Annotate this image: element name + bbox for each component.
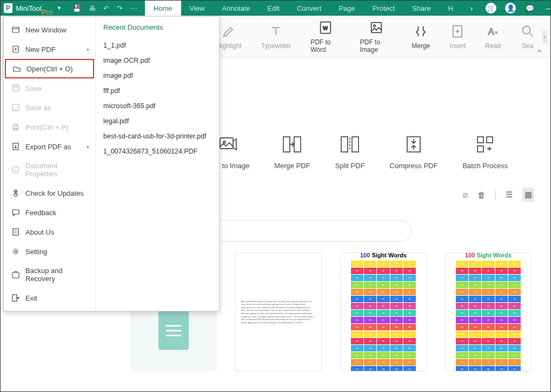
menu-annotate[interactable]: Annotate — [213, 1, 258, 16]
menu-item-folder-open[interactable]: Open(Ctrl + O) — [5, 59, 94, 78]
recent-document-item[interactable]: best-sd-card-usb-for-3d-printer.pdf — [100, 129, 215, 144]
ribbon-merge[interactable]: Merge — [402, 24, 440, 50]
svg-point-10 — [223, 141, 225, 143]
thumb-text: Microsoft 365 Business Premium with its … — [236, 289, 321, 335]
svg-rect-17 — [487, 137, 493, 143]
menu-share[interactable]: Share — [403, 1, 440, 16]
menu-item-save-as: Save as — [4, 98, 95, 117]
scanner-icon[interactable]: ⎚ — [463, 190, 468, 200]
menu-view[interactable]: View — [181, 1, 214, 16]
menu-item-backup[interactable]: Backup and Recovery — [4, 261, 95, 288]
svg-rect-13 — [341, 137, 348, 152]
cart-icon[interactable]: 🛒 — [481, 1, 501, 16]
app-logo[interactable]: P MiniTool-Pro ▼ — [1, 0, 65, 16]
ribbon-read[interactable]: ARead — [475, 24, 510, 50]
recent-documents-title: Recent Documents — [100, 23, 215, 31]
file-plus-icon — [11, 45, 20, 54]
folder-open-icon — [12, 64, 21, 73]
grid-view-icon[interactable]: ▦ — [522, 188, 534, 202]
quick-toolbar: 💾 🖶 ↶ ↷ ⋯ — [65, 4, 145, 12]
svg-rect-12 — [294, 137, 301, 152]
ribbon-typewriter[interactable]: Typewriter — [251, 24, 301, 50]
about-icon — [11, 228, 20, 236]
file-menu-panel: New WindowNew PDF▸Open(Ctrl + O)SaveSave… — [3, 16, 220, 311]
ribbon-pdf-to-image[interactable]: PDF to Image — [350, 20, 402, 54]
svg-point-8 — [523, 26, 530, 34]
svg-point-32 — [15, 250, 17, 253]
recent-document-item[interactable]: image OCR.pdf — [100, 53, 215, 68]
print-icon[interactable]: 🖶 — [89, 4, 96, 12]
backup-icon — [11, 270, 20, 279]
recent-document-item[interactable]: microsoft-365.pdf — [100, 98, 215, 114]
svg-text:W: W — [323, 25, 328, 30]
tool-merge-pdf[interactable]: Merge PDF — [274, 134, 310, 170]
undo-icon[interactable]: ↶ — [103, 4, 109, 12]
menu-convert[interactable]: Convert — [288, 1, 330, 16]
svg-rect-14 — [352, 137, 359, 152]
svg-rect-33 — [12, 273, 19, 278]
recent-document-item[interactable]: image.pdf — [100, 68, 215, 83]
svg-rect-19 — [12, 27, 19, 32]
menu-item-save: Save — [4, 78, 95, 98]
menu-page[interactable]: Page — [330, 1, 363, 16]
view-controls: ⎚ 🗑 ☰ ▦ — [463, 188, 534, 202]
thumb-sight-words-1[interactable]: 100 Sight Words abababababababababababab… — [340, 253, 427, 371]
menu-item-about[interactable]: About Us — [4, 222, 95, 242]
menu-item-window[interactable]: New Window — [4, 20, 95, 39]
redo-icon[interactable]: ↷ — [117, 4, 123, 12]
tool-batch-process[interactable]: Batch Process — [462, 134, 508, 170]
ribbon-search[interactable]: Sea — [510, 24, 545, 50]
save-as-icon — [11, 103, 20, 112]
svg-rect-11 — [283, 137, 290, 152]
ribbon-collapse-icon[interactable]: ⌃ — [536, 48, 543, 392]
save-icon[interactable]: 💾 — [72, 4, 81, 12]
menu-item-file-plus[interactable]: New PDF▸ — [4, 39, 95, 59]
thumb-sight-words-2[interactable]: 100 Sight Words abababababababababababab… — [445, 253, 532, 371]
tool-split-pdf[interactable]: Split PDF — [335, 134, 365, 170]
thumb-ms365[interactable]: Microsoft 365 Business Premium with its … — [235, 253, 322, 371]
menu-item-settings[interactable]: Setting — [4, 242, 95, 261]
recent-document-item[interactable]: fff.pdf — [100, 83, 215, 98]
menu-item-feedback[interactable]: Feedback — [4, 203, 95, 222]
recent-document-item[interactable]: legal.pdf — [100, 114, 215, 129]
menu-home[interactable]: Home — [145, 1, 181, 16]
menu-item-update[interactable]: Check for Updates — [4, 183, 95, 203]
svg-rect-18 — [477, 146, 483, 152]
ribbon-insert[interactable]: Insert — [440, 24, 475, 50]
info-icon — [11, 165, 20, 174]
minimize-icon[interactable]: — — [540, 1, 551, 16]
menu-item-export[interactable]: Export PDF as▸ — [4, 137, 95, 156]
window-controls: › 🛒 👤 💬 — ☐ ✕ — [462, 1, 551, 16]
svg-rect-21 — [12, 85, 19, 91]
delete-icon[interactable]: 🗑 — [477, 190, 486, 200]
ribbon-pdf-to-word[interactable]: WPDF to Word — [301, 20, 350, 54]
more-icon[interactable]: ⋯ — [130, 4, 137, 12]
recent-document-item[interactable]: 1_0074326873_51060124.PDF — [100, 144, 215, 159]
tool-compress-pdf[interactable]: Compress PDF — [390, 134, 438, 170]
svg-rect-16 — [477, 137, 483, 143]
svg-rect-30 — [12, 210, 19, 214]
brand-name: MiniTool — [16, 4, 42, 12]
sight-title-alt: 100 Sight Words — [456, 253, 521, 258]
chat-icon[interactable]: 💬 — [520, 1, 540, 16]
svg-text:A: A — [488, 26, 494, 36]
account-icon[interactable]: 👤 — [501, 1, 520, 16]
document-icon — [158, 311, 189, 350]
recent-documents-panel: Recent Documents 1_1.pdfimage OCR.pdfima… — [96, 17, 219, 311]
sight-grid: abababababababababababababababababababab… — [456, 261, 521, 372]
menu-item-printer: Print(Ctrl + P) — [4, 117, 95, 137]
brand-dropdown-icon[interactable]: ▼ — [57, 5, 62, 11]
list-view-icon[interactable]: ☰ — [506, 190, 513, 200]
menu-edit[interactable]: Edit — [259, 1, 288, 16]
file-menu-list: New WindowNew PDF▸Open(Ctrl + O)SaveSave… — [4, 17, 96, 311]
export-icon — [11, 142, 20, 151]
nav-right-icon[interactable]: › — [462, 1, 481, 16]
menu-item-exit[interactable]: Exit — [4, 288, 95, 308]
ribbon-scroll-right-icon[interactable]: › — [542, 30, 547, 43]
svg-point-5 — [373, 24, 375, 26]
svg-rect-22 — [14, 85, 17, 87]
recent-document-item[interactable]: 1_1.pdf — [100, 38, 215, 53]
menu-help[interactable]: H — [440, 1, 462, 16]
menu-protect[interactable]: Protect — [364, 1, 403, 16]
svg-rect-25 — [14, 124, 17, 126]
